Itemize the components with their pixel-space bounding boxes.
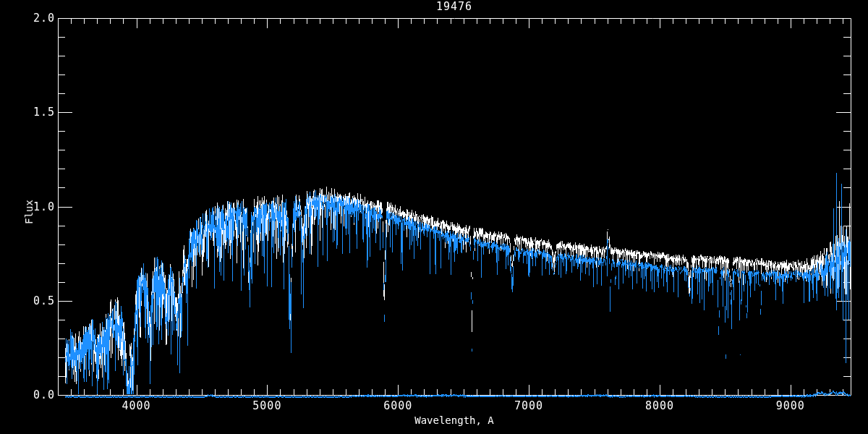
y-tick-label: 1.5 — [10, 106, 55, 119]
x-tick-label: 9000 — [762, 399, 820, 412]
spectrum-plot-canvas — [0, 0, 868, 434]
x-tick-label: 4000 — [108, 399, 166, 412]
x-tick-label: 6000 — [369, 399, 427, 412]
plot-title: 19476 — [382, 0, 527, 13]
y-tick-label: 2.0 — [10, 12, 55, 25]
y-tick-label: 1.0 — [10, 200, 55, 213]
x-tick-label: 8000 — [631, 399, 689, 412]
y-tick-label: 0.0 — [10, 388, 55, 401]
x-tick-label: 7000 — [500, 399, 558, 412]
x-axis-label: Wavelength, A — [382, 414, 527, 426]
spectrum-figure: 19476 Wavelength, A Flux 400050006000700… — [0, 0, 868, 434]
y-tick-label: 0.5 — [10, 294, 55, 307]
x-tick-label: 5000 — [238, 399, 296, 412]
